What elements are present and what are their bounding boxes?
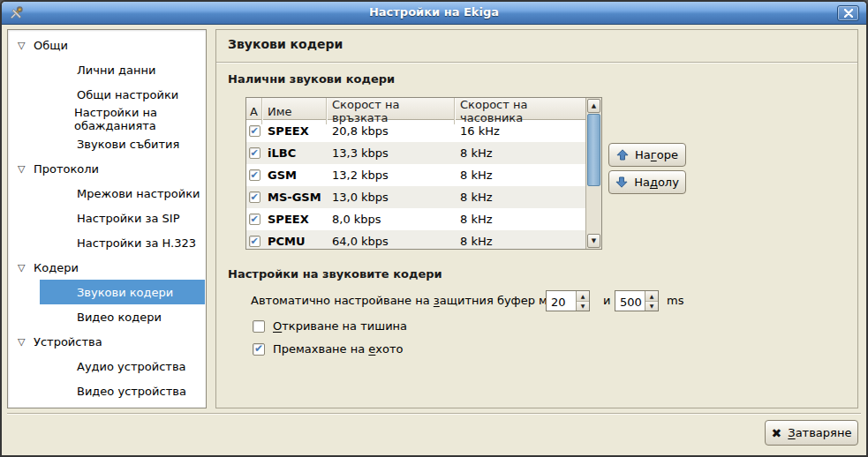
sidebar-item[interactable]: ▽ Лични данни (40, 57, 206, 82)
codec-clock: 8 kHz (455, 191, 586, 204)
codec-bitrate: 8,0 kbps (327, 213, 455, 226)
table-row[interactable]: SPEEX 20,8 kbps 16 kHz (246, 120, 586, 142)
vertical-scrollbar[interactable]: ▲ ▼ (585, 98, 601, 249)
sidebar-item-label: Настройки за SIP (77, 212, 180, 225)
table-row[interactable]: GSM 13,2 kbps 8 kHz (246, 164, 586, 186)
codec-active-checkbox[interactable] (249, 147, 260, 159)
sidebar-item[interactable]: ▽ Звукови кодери (40, 280, 205, 304)
spin-down-icon[interactable]: ▼ (645, 302, 658, 311)
window-close-button[interactable] (837, 5, 859, 21)
codec-active-checkbox[interactable] (249, 125, 260, 137)
sidebar-item[interactable]: ▽ Настройки за SIP (40, 206, 206, 230)
sidebar-item-label: Настройки за H.323 (77, 236, 196, 250)
sidebar-item-label: Звукови събития (77, 138, 179, 151)
close-icon (844, 9, 853, 18)
close-dialog-label: Затваряне (788, 426, 851, 439)
sidebar-item-label: Протоколи (34, 162, 99, 176)
codec-active-checkbox[interactable] (249, 169, 260, 181)
sidebar-tree: ▽ Общи ▽ Лични данни ▽ Общи настройки ▽ … (7, 29, 207, 408)
jitter-max-input[interactable] (615, 291, 644, 311)
scrollbar-up-button[interactable]: ▲ (587, 99, 600, 113)
table-row[interactable]: SPEEX 8,0 kbps 8 kHz (246, 208, 586, 230)
move-down-label: Надолу (634, 176, 679, 189)
silence-detection-checkbox[interactable] (253, 320, 265, 333)
sidebar-item[interactable]: ▽ Настройки за H.323 (40, 230, 206, 255)
window-title: Настройки на Ekiga (2, 5, 866, 19)
codec-clock: 16 kHz (455, 124, 586, 138)
sidebar-item[interactable]: ▽ Кодери (8, 255, 206, 280)
sidebar-item[interactable]: ▽ Аудио устройства (40, 354, 206, 378)
sidebar-item-label: Видео кодери (77, 311, 162, 324)
codec-active-checkbox[interactable] (249, 236, 260, 247)
page-title: Звукови кодери (228, 37, 343, 51)
codecs-section-title: Налични звукови кодери (228, 72, 395, 86)
codec-bitrate: 20,8 kbps (327, 124, 455, 138)
expander-icon[interactable]: ▽ (18, 164, 30, 174)
sidebar-item-label: Общи (34, 39, 68, 52)
footer-separator (7, 413, 861, 415)
sidebar-item[interactable]: ▽ Общи (8, 33, 206, 57)
sidebar-item-label: Общи настройки (77, 88, 178, 101)
sidebar-item[interactable]: ▽ Устройства (8, 329, 206, 354)
titlebar[interactable]: Настройки на Ekiga (2, 2, 866, 25)
move-up-button[interactable]: Нагоре (608, 143, 686, 167)
move-up-label: Нагоре (635, 148, 678, 161)
echo-cancellation-option[interactable]: Премахване на ехото (253, 342, 404, 356)
silence-detection-label: Откриване на тишина (273, 319, 407, 333)
up-arrow-icon (616, 149, 629, 161)
sidebar-item[interactable]: ▽ Настройки на обажданията (40, 107, 206, 131)
codec-clock: 8 kHz (455, 235, 586, 248)
jitter-min-spinner[interactable]: ▲ ▼ (546, 290, 590, 311)
codec-active-checkbox[interactable] (249, 191, 260, 203)
jitter-buffer-row: Автоматично настройване на защитния буфе… (216, 290, 857, 313)
sidebar-item[interactable]: ▽ Общи настройки (40, 82, 206, 107)
table-row[interactable]: MS-GSM 13,0 kbps 8 kHz (246, 186, 586, 208)
sidebar-item-label: Лични данни (77, 64, 155, 77)
sidebar-item-label: Мрежови настройки (77, 187, 200, 200)
jitter-buffer-label: Автоматично настройване на защитния буфе… (251, 294, 579, 307)
move-down-button[interactable]: Надолу (608, 170, 686, 194)
preferences-window: Настройки на Ekiga ▽ Общи ▽ Лични данни … (0, 0, 868, 457)
spin-up-icon[interactable]: ▲ (577, 291, 589, 302)
expander-icon[interactable]: ▽ (18, 263, 30, 273)
sidebar-item-label: Кодери (34, 261, 79, 274)
jitter-unit: ms (667, 294, 683, 307)
codec-name: SPEEX (262, 124, 327, 138)
jitter-max-spinner[interactable]: ▲ ▼ (615, 290, 659, 311)
codec-name: iLBC (262, 146, 327, 160)
sidebar-item-label: Звукови кодери (77, 286, 173, 299)
close-dialog-button[interactable]: ✖ Затваряне (765, 420, 858, 446)
sidebar-item-label: Настройки на обажданията (74, 106, 206, 132)
codec-table: А Име Скорост на връзката Скорост на час… (245, 97, 602, 250)
silence-detection-option[interactable]: Откриване на тишина (253, 319, 407, 333)
scrollbar-thumb[interactable] (587, 114, 600, 186)
expander-icon[interactable]: ▽ (18, 41, 30, 50)
spin-down-icon[interactable]: ▼ (577, 302, 589, 311)
sidebar-item-label: Аудио устройства (77, 360, 186, 373)
codec-clock: 8 kHz (455, 169, 586, 182)
sidebar-item[interactable]: ▽ Видео устройства (40, 378, 206, 403)
spin-up-icon[interactable]: ▲ (645, 291, 658, 302)
codec-bitrate: 64,0 kbps (327, 235, 455, 248)
sidebar-item[interactable]: ▽ Видео кодери (40, 304, 206, 329)
title-separator (216, 62, 857, 64)
table-row[interactable]: iLBC 13,3 kbps 8 kHz (246, 142, 586, 164)
sidebar-item[interactable]: ▽ Протоколи (8, 156, 206, 181)
codec-bitrate: 13,0 kbps (327, 191, 455, 204)
sidebar-item-label: Видео устройства (77, 385, 186, 398)
scrollbar-down-button[interactable]: ▼ (587, 234, 600, 248)
jitter-min-input[interactable] (547, 291, 575, 311)
expander-icon[interactable]: ▽ (18, 337, 30, 347)
codec-name: MS-GSM (262, 191, 327, 204)
codec-name: GSM (262, 169, 327, 182)
codec-clock: 8 kHz (455, 146, 586, 160)
sidebar-item[interactable]: ▽ Мрежови настройки (40, 181, 206, 206)
codec-bitrate: 13,3 kbps (327, 146, 455, 160)
table-row[interactable]: PCMU 64,0 kbps 8 kHz (246, 230, 586, 250)
down-arrow-icon (615, 176, 628, 188)
sidebar-item[interactable]: ▽ Звукови събития (40, 131, 206, 156)
codec-active-checkbox[interactable] (249, 214, 260, 225)
codec-name: SPEEX (262, 213, 327, 226)
echo-cancellation-checkbox[interactable] (253, 343, 265, 356)
codec-name: PCMU (262, 235, 327, 248)
